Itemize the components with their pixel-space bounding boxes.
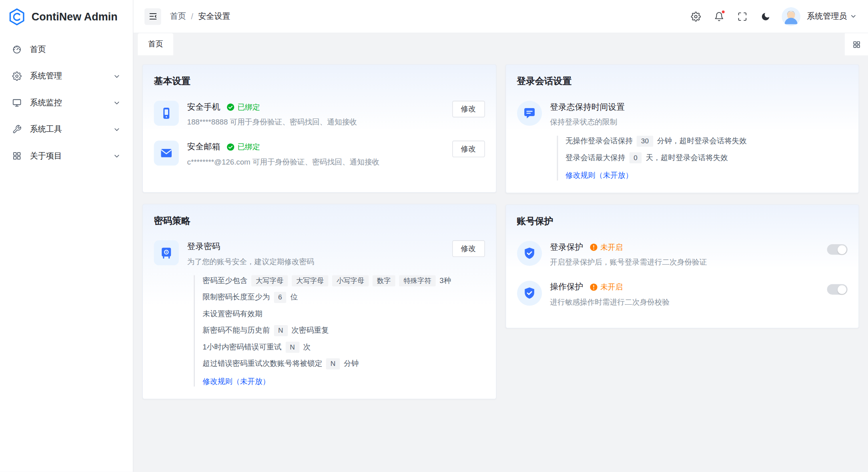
- status-badge: 已绑定: [227, 142, 260, 152]
- rule-text: 位: [290, 292, 298, 303]
- item-desc: 保持登录状态的限制: [550, 117, 848, 127]
- menu-fold-icon: [148, 12, 158, 21]
- tag-chip: 大写字母: [251, 275, 288, 286]
- header-actions: 系统管理员: [686, 7, 859, 26]
- modify-email-button[interactable]: 修改: [452, 141, 485, 157]
- dark-mode-button[interactable]: [756, 7, 775, 26]
- tag-chip: 数字: [373, 275, 395, 286]
- app-root: ContiNew Admin 首页 系统管理 系统监控: [0, 0, 868, 472]
- chevron-down-icon: [113, 152, 120, 160]
- item-name: 安全邮箱: [187, 142, 221, 152]
- rule-text: 1小时内密码错误可重试: [202, 341, 281, 353]
- status-text: 未开启: [600, 242, 623, 252]
- modify-phone-button[interactable]: 修改: [452, 101, 485, 117]
- gear-icon: [691, 11, 701, 21]
- modify-password-button[interactable]: 修改: [452, 240, 485, 257]
- card-basic-settings: 基本设置 安全手机 已绑定: [142, 64, 497, 193]
- rule-text: 未设置密码有效期: [202, 308, 262, 319]
- modify-rules-link[interactable]: 修改规则（未开放）: [565, 171, 633, 181]
- check-circle-icon: [227, 143, 235, 151]
- password-rules: 密码至少包含 大写字母 大写字母 小写字母 数字 特殊字符 3种 限制密码长度至…: [194, 275, 485, 386]
- shield-check-icon: [517, 281, 541, 305]
- rule-lock-minutes: 超过错误密码重试次数账号将被锁定 N 分钟: [202, 358, 485, 370]
- app-logo[interactable]: ContiNew Admin: [0, 0, 133, 33]
- tab-actions-button[interactable]: [845, 33, 868, 55]
- item-name: 登录态保持时间设置: [550, 102, 625, 112]
- sidebar-item-about-project[interactable]: 关于项目: [6, 144, 127, 168]
- operation-protection-toggle[interactable]: [827, 284, 848, 295]
- rule-text: 无操作登录会话保持: [565, 136, 633, 147]
- monitor-icon: [12, 98, 22, 108]
- login-protection-row: 登录保护 未开启 开启登录保护后，账号登录需进行二次身份验证: [517, 241, 848, 267]
- sidebar-item-label: 关于项目: [30, 151, 62, 161]
- breadcrumb: 首页 / 安全设置: [170, 11, 231, 22]
- sidebar-item-label: 系统管理: [30, 71, 62, 81]
- status-badge: 未开启: [589, 282, 623, 292]
- rule-text: 登录会话最大保持: [565, 152, 625, 163]
- rule-no-expiry: 未设置密码有效期: [202, 308, 485, 319]
- dashboard-icon: [12, 45, 22, 54]
- logo-icon: [8, 8, 26, 26]
- notification-dot: [721, 10, 725, 14]
- item-desc: 188****8888 可用于身份验证、密码找回、通知接收: [187, 117, 443, 127]
- sidebar-menu: 首页 系统管理 系统监控 系统工具: [0, 33, 133, 172]
- chevron-down-icon: [113, 125, 120, 133]
- tag-chip: 大写字母: [292, 275, 328, 286]
- chat-bubble-icon: [517, 101, 541, 126]
- sidebar-collapse-button[interactable]: [144, 8, 161, 24]
- content: 基本设置 安全手机 已绑定: [133, 55, 868, 472]
- rule-idle-session: 无操作登录会话保持 30 分钟，超时登录会话将失效: [565, 136, 848, 147]
- chevron-down-icon: [113, 72, 120, 80]
- phone-icon: [154, 101, 179, 126]
- item-desc: 为了您的账号安全，建议定期修改密码: [187, 257, 443, 267]
- content-left-column: 基本设置 安全手机 已绑定: [142, 64, 497, 399]
- item-body: 操作保护 未开启 进行敏感操作时需进行二次身份校验: [550, 281, 818, 307]
- login-protection-toggle[interactable]: [827, 244, 848, 255]
- breadcrumb-home[interactable]: 首页: [170, 11, 186, 22]
- sidebar-item-home[interactable]: 首页: [6, 38, 127, 61]
- sidebar-item-label: 系统监控: [30, 97, 62, 108]
- operation-protection-row: 操作保护 未开启 进行敏感操作时需进行二次身份校验: [517, 281, 848, 307]
- item-body: 安全邮箱 已绑定 c********@126.com 可用于身份验证、密码找回、…: [187, 141, 443, 167]
- session-keep-row: 登录态保持时间设置 保持登录状态的限制: [517, 101, 848, 127]
- item-body: 登录保护 未开启 开启登录保护后，账号登录需进行二次身份验证: [550, 241, 818, 267]
- rule-text: 分钟，超时登录会话将失效: [657, 136, 747, 147]
- rule-text: 天，超时登录会话将失效: [646, 152, 728, 163]
- rule-text: 次密码重复: [291, 325, 329, 336]
- toggle-knob: [838, 245, 846, 254]
- settings-button[interactable]: [686, 7, 705, 26]
- item-name: 登录密码: [187, 241, 221, 252]
- app-window: ContiNew Admin 首页 系统管理 系统监控: [0, 0, 868, 472]
- warning-circle-icon: [589, 243, 598, 251]
- value-chip: 0: [629, 152, 642, 163]
- modify-rules-link[interactable]: 修改规则（未开放）: [202, 377, 270, 387]
- notifications-button[interactable]: [710, 7, 728, 26]
- tab-home[interactable]: 首页: [138, 33, 173, 55]
- avatar-image: [782, 7, 800, 26]
- shield-check-icon: [517, 241, 541, 266]
- app-title: ContiNew Admin: [32, 10, 118, 23]
- card-session-settings: 登录会话设置 登录态保持时间设置 保持登录状态的限制: [505, 64, 859, 193]
- moon-icon: [760, 11, 770, 21]
- sidebar-item-system-monitor[interactable]: 系统监控: [6, 91, 127, 114]
- rule-password-contains: 密码至少包含 大写字母 大写字母 小写字母 数字 特殊字符 3种: [202, 275, 485, 286]
- toggle-knob: [838, 285, 846, 294]
- sidebar: ContiNew Admin 首页 系统管理 系统监控: [0, 0, 133, 472]
- value-chip: N: [274, 325, 288, 336]
- item-desc: c********@126.com 可用于身份验证、密码找回、通知接收: [187, 157, 443, 167]
- mail-icon: [154, 141, 179, 165]
- sidebar-item-system-management[interactable]: 系统管理: [6, 64, 127, 88]
- sidebar-item-system-tools[interactable]: 系统工具: [6, 117, 127, 141]
- chevron-down-icon: [850, 13, 857, 20]
- tag-chip: 小写字母: [332, 275, 369, 286]
- item-desc: 开启登录保护后，账号登录需进行二次身份验证: [550, 257, 818, 267]
- avatar[interactable]: [782, 7, 800, 26]
- user-menu[interactable]: 系统管理员: [805, 11, 859, 22]
- rule-text: 超过错误密码重试次数账号将被锁定: [202, 358, 322, 370]
- rule-text: 密码至少包含: [202, 275, 247, 286]
- fullscreen-button[interactable]: [733, 7, 752, 26]
- item-name: 安全手机: [187, 102, 221, 112]
- login-password-row: 登录密码 为了您的账号安全，建议定期修改密码 修改: [154, 240, 485, 267]
- status-badge: 已绑定: [227, 102, 260, 112]
- rule-retry-times: 1小时内密码错误可重试 N 次: [202, 341, 485, 353]
